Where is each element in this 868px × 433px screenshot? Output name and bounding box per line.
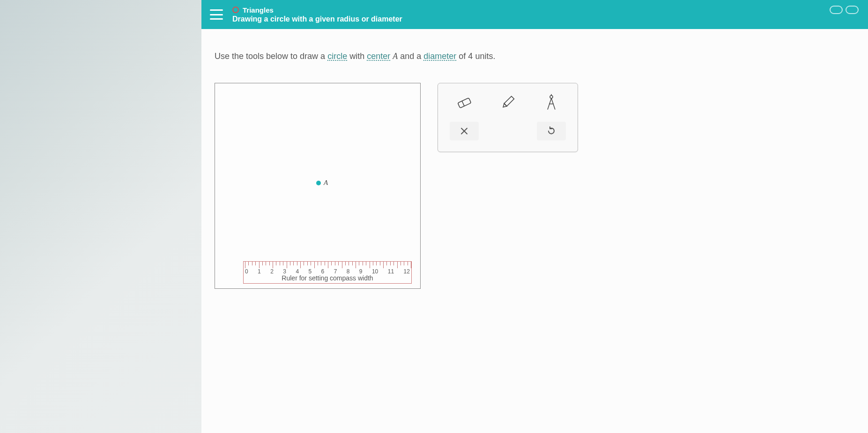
ruler-numbers: 0123456789101112: [244, 268, 411, 275]
tool-row-1: [443, 90, 573, 115]
category-label: Triangles: [243, 6, 274, 14]
header-right-controls: [830, 6, 859, 14]
clear-button[interactable]: [450, 122, 479, 140]
ruler-ticks: [244, 262, 411, 269]
instruction-text: Use the tools below to draw a circle wit…: [215, 51, 855, 61]
point-a-label: A: [324, 179, 328, 187]
eraser-icon: [455, 96, 473, 109]
term-circle[interactable]: circle: [327, 51, 347, 61]
ruler-number: 0: [245, 268, 248, 275]
ruler-number: 7: [334, 268, 337, 275]
ruler-number: 9: [359, 268, 363, 275]
instruction-part: Use the tools below to draw a: [215, 51, 327, 61]
close-icon: [460, 127, 468, 135]
term-center[interactable]: center: [367, 51, 390, 61]
ruler-number: 2: [270, 268, 274, 275]
ruler-caption: Ruler for setting compass width: [244, 274, 411, 282]
ruler-number: 8: [347, 268, 350, 275]
term-diameter[interactable]: diameter: [423, 51, 456, 61]
window-control-icon[interactable]: [830, 6, 843, 14]
toolbox: [438, 83, 578, 152]
point-name: A: [393, 51, 398, 61]
lesson-title: Drawing a circle with a given radius or …: [232, 15, 402, 23]
instruction-part: units.: [475, 51, 495, 61]
drawing-canvas[interactable]: A 0123456789101112 Ruler for setting com…: [215, 83, 421, 289]
category-indicator-icon: [232, 7, 239, 13]
instruction-part: and a: [400, 51, 423, 61]
lesson-header: Triangles Drawing a circle with a given …: [201, 0, 868, 29]
compass-icon: [544, 94, 558, 111]
compass-ruler[interactable]: 0123456789101112 Ruler for setting compa…: [243, 261, 412, 284]
instruction-part: of: [459, 51, 468, 61]
ruler-number: 10: [372, 268, 378, 275]
ruler-number: 4: [296, 268, 299, 275]
ruler-number: 1: [258, 268, 261, 275]
point-a[interactable]: A: [316, 179, 328, 187]
window-control-icon[interactable]: [846, 6, 859, 14]
eraser-tool-button[interactable]: [446, 90, 482, 115]
point-dot-icon: [316, 181, 321, 185]
work-row: A 0123456789101112 Ruler for setting com…: [215, 83, 855, 289]
category-row: Triangles: [232, 6, 402, 14]
tool-row-2: [443, 122, 573, 140]
pencil-icon: [500, 95, 516, 110]
content-area: Use the tools below to draw a circle wit…: [201, 29, 868, 433]
svg-rect-0: [458, 98, 471, 108]
svg-line-1: [462, 101, 464, 106]
undo-icon: [546, 126, 556, 136]
svg-point-3: [550, 95, 553, 98]
ruler-number: 5: [308, 268, 312, 275]
menu-icon[interactable]: [210, 9, 223, 20]
instruction-part: with: [349, 51, 367, 61]
header-text-block: Triangles Drawing a circle with a given …: [232, 6, 402, 23]
undo-button[interactable]: [537, 122, 566, 140]
ruler-number: 6: [321, 268, 325, 275]
pencil-tool-button[interactable]: [490, 90, 526, 115]
compass-tool-button[interactable]: [534, 90, 569, 115]
ruler-number: 12: [403, 268, 409, 275]
diameter-value: 4: [468, 51, 473, 61]
ruler-number: 11: [388, 268, 394, 275]
ruler-number: 3: [283, 268, 286, 275]
